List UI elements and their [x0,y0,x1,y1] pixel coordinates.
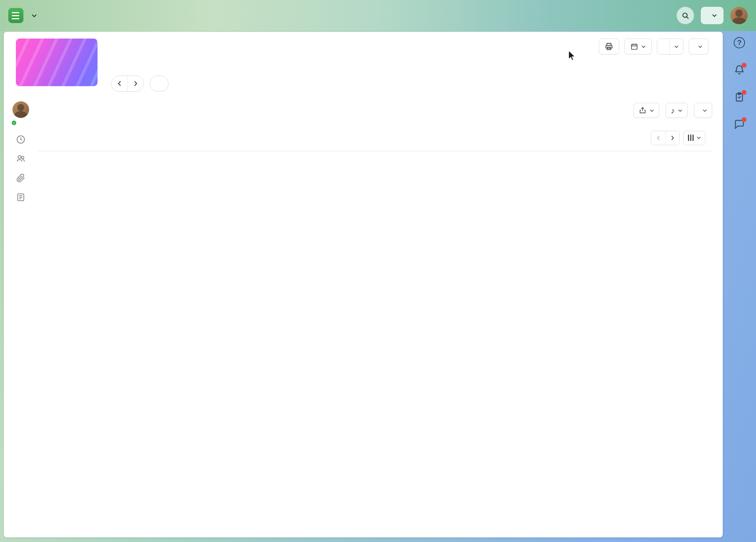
matrix-button[interactable] [657,39,669,54]
notifications-button[interactable] [733,63,746,76]
plan-card: ✓ ♪ [4,32,723,537]
order-content: ♪ [38,96,712,537]
order-toolbar: ♪ [634,96,713,125]
chevron-right-icon [671,135,674,141]
tasks-button[interactable] [733,91,746,104]
plan-body: ✓ ♪ [4,96,723,537]
plan-meta [111,39,117,42]
chevron-left-icon [118,81,121,87]
help-button[interactable]: ? [733,36,746,49]
music-keys-button[interactable]: ♪ [666,103,688,118]
next-plan-button[interactable] [127,76,143,91]
date-navigation [111,76,169,91]
previous-plan-button[interactable] [112,76,127,91]
caret-down-icon [674,45,679,48]
caret-down-icon [698,45,702,48]
plan-header [4,32,723,96]
nav-right [677,7,748,24]
columns-options-button[interactable] [683,131,705,145]
chevron-down-icon [712,14,717,17]
paperclip-icon[interactable] [16,173,26,183]
columns-icon [688,135,694,141]
print-button[interactable] [599,39,619,54]
question-circle-icon: ? [734,37,745,48]
people-icon[interactable] [16,154,26,164]
calendar-icon [631,43,638,50]
plan-date-button[interactable] [150,76,169,91]
search-button[interactable] [677,7,694,24]
notepad-icon[interactable] [16,192,26,202]
scroll-columns-left-button[interactable] [651,131,665,145]
notification-dot [742,63,747,68]
plan-tabs: ♪ [38,96,712,125]
matrix-split-button [657,39,683,54]
actions-button[interactable] [689,39,708,54]
services-logo-icon [8,8,23,23]
printer-icon [605,42,613,51]
plan-artwork[interactable] [16,39,98,86]
chat-button[interactable] [733,118,746,131]
caret-down-icon [650,109,654,112]
matrix-caret-button[interactable] [669,39,683,54]
chevron-left-icon [657,135,660,141]
current-user-avatar[interactable] [12,101,29,118]
order-table-header [38,125,712,151]
scroll-columns-right-button[interactable] [665,131,679,145]
share-icon [639,106,646,115]
right-icon-rail: ? [723,32,756,131]
chevron-down-icon [32,14,37,17]
chevron-right-icon [134,81,138,87]
plan-header-actions [599,39,708,54]
notification-dot [742,90,747,95]
caret-down-icon [641,45,646,48]
availability-check-icon: ✓ [11,120,17,126]
calendar-dropdown-button[interactable] [624,39,652,54]
top-nav [0,0,756,31]
user-avatar[interactable] [730,7,748,24]
table-header-tools [633,131,712,145]
notification-dot [742,117,747,122]
left-icon-rail: ✓ [4,96,38,202]
organization-switcher[interactable] [701,7,723,24]
music-note-icon: ♪ [671,107,675,115]
caret-down-icon [703,109,707,112]
services-logo[interactable] [8,8,37,23]
search-icon [682,12,689,20]
add-button[interactable] [694,103,712,118]
share-button[interactable] [634,103,659,118]
times-icon[interactable] [16,135,26,144]
caret-down-icon [678,109,682,112]
caret-down-icon [697,136,701,139]
